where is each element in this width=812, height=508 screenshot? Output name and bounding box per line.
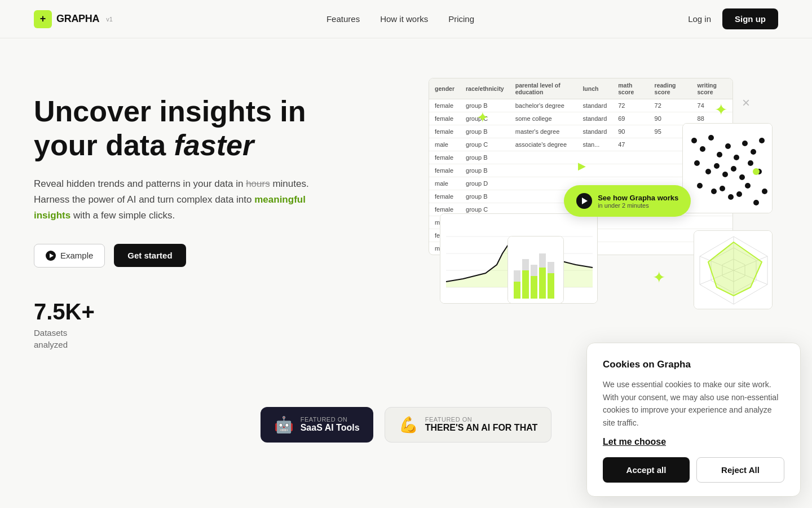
- login-button[interactable]: Log in: [688, 14, 711, 24]
- nav-actions: Log in Sign up: [688, 8, 778, 29]
- nav-link-features[interactable]: Features: [326, 14, 360, 24]
- triangle-decoration: ▶: [578, 160, 586, 172]
- svg-point-29: [753, 200, 759, 205]
- logo-name: GRAPHA: [56, 13, 99, 25]
- svg-point-6: [691, 138, 697, 143]
- svg-point-28: [745, 183, 751, 189]
- play-overlay-button[interactable]: See how Grapha works in under 2 minutes: [564, 185, 691, 217]
- star-decoration-1: ✦: [714, 100, 727, 119]
- svg-point-18: [722, 172, 728, 177]
- stats-label: Datasets analyzed: [34, 327, 327, 351]
- svg-point-8: [708, 135, 714, 141]
- stats-number: 7.5K+: [34, 299, 327, 325]
- cookie-actions: Accept all Reject All: [603, 457, 784, 483]
- hero-visual: gender race/ethnicity parental level of …: [429, 78, 778, 315]
- star-decoration-2: ✦: [652, 268, 665, 287]
- play-overlay-text: See how Grapha works in under 2 minutes: [598, 194, 678, 209]
- svg-point-20: [739, 174, 745, 180]
- logo-version: v1: [106, 16, 113, 23]
- svg-point-9: [717, 152, 722, 157]
- hero-title: Uncover insights in your data faster: [34, 95, 327, 163]
- svg-rect-5: [683, 124, 773, 213]
- cookie-let-me-choose-link[interactable]: Let me choose: [603, 437, 666, 446]
- nav-link-how-it-works[interactable]: How it works: [380, 14, 428, 24]
- svg-point-15: [694, 160, 700, 166]
- reject-all-button[interactable]: Reject All: [696, 457, 784, 483]
- scatter-chart: [682, 123, 773, 213]
- svg-point-26: [728, 194, 734, 200]
- cookie-banner: Cookies on Grapha We use essential cooki…: [586, 343, 801, 497]
- nav-links: Features How it works Pricing: [326, 14, 474, 24]
- navbar: + GRAPHA v1 Features How it works Pricin…: [0, 0, 812, 38]
- hero-buttons: Example Get started: [34, 244, 327, 268]
- svg-point-12: [742, 141, 748, 146]
- stats: 7.5K+ Datasets analyzed: [34, 299, 327, 351]
- svg-point-23: [697, 183, 703, 189]
- get-started-button[interactable]: Get started: [114, 244, 186, 267]
- svg-point-13: [751, 149, 756, 155]
- hero-subtitle: Reveal hidden trends and patterns in you…: [34, 176, 327, 224]
- svg-point-11: [734, 155, 739, 160]
- svg-point-25: [720, 186, 725, 191]
- cookie-title: Cookies on Grapha: [603, 359, 784, 370]
- svg-point-17: [714, 163, 720, 169]
- play-icon: [46, 251, 56, 261]
- nav-brand: + GRAPHA v1: [34, 10, 113, 28]
- play-button-icon: [576, 193, 592, 209]
- radar-chart: [694, 230, 773, 309]
- nav-link-pricing[interactable]: Pricing: [448, 14, 474, 24]
- badge-theres-an-ai: 💪 FEATURED ON THERE'S AN AI FOR THAT: [385, 407, 552, 443]
- svg-rect-49: [539, 268, 546, 299]
- svg-point-10: [725, 143, 731, 149]
- badge-muscle-icon: 💪: [399, 415, 418, 434]
- svg-point-27: [736, 191, 742, 197]
- hero-left: Uncover insights in your data faster Rev…: [34, 84, 327, 351]
- accept-all-button[interactable]: Accept all: [603, 457, 690, 483]
- svg-point-16: [705, 169, 711, 174]
- svg-rect-46: [514, 282, 520, 299]
- svg-point-31: [753, 168, 760, 175]
- badge-saas-text: Featured on SaaS AI Tools: [301, 416, 360, 433]
- svg-point-7: [700, 146, 705, 152]
- badge-ai-text: FEATURED ON THERE'S AN AI FOR THAT: [425, 416, 538, 433]
- badge-robot-icon: 🤖: [274, 415, 294, 434]
- hero-section: Uncover insights in your data faster Rev…: [0, 38, 812, 373]
- lines-decoration: ×: [742, 95, 750, 111]
- example-button[interactable]: Example: [34, 244, 105, 268]
- signup-button[interactable]: Sign up: [722, 8, 778, 29]
- svg-point-21: [748, 160, 753, 166]
- svg-rect-47: [522, 270, 529, 299]
- star-decoration-3: ✦: [476, 109, 489, 126]
- svg-point-24: [711, 189, 717, 194]
- bar-chart: [508, 236, 564, 304]
- svg-point-30: [762, 189, 767, 194]
- svg-rect-48: [531, 276, 537, 299]
- svg-point-14: [759, 138, 765, 143]
- svg-rect-50: [548, 273, 554, 299]
- badge-saas-ai-tools: 🤖 Featured on SaaS AI Tools: [261, 407, 373, 443]
- cookie-body: We use essential cookies to make our sit…: [603, 378, 784, 429]
- logo-icon: +: [34, 10, 52, 28]
- svg-point-19: [731, 166, 736, 172]
